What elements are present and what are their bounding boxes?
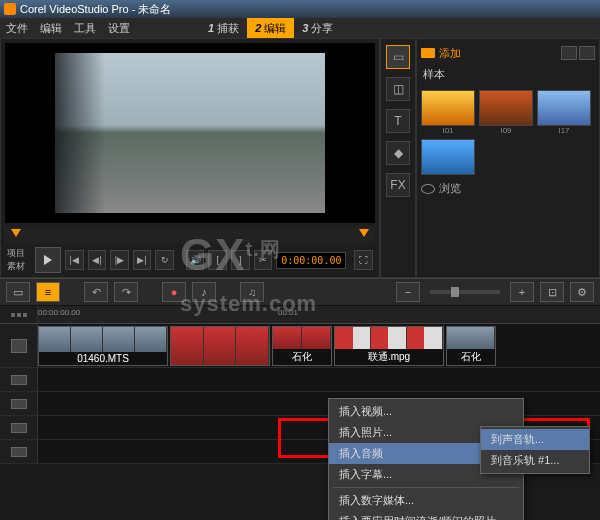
grid-view-icon[interactable] xyxy=(579,46,595,60)
storyboard-view-button[interactable]: ▭ xyxy=(6,282,30,302)
sm-to-music-track[interactable]: 到音乐轨 #1... xyxy=(481,450,589,471)
ruler-tick: 00:00:00.00 xyxy=(38,308,80,317)
split-button[interactable]: ✂ xyxy=(254,250,273,270)
mark-out-button[interactable]: ] xyxy=(231,250,250,270)
library-thumbnails: I01I09I17 xyxy=(421,90,595,175)
mark-in-button[interactable]: [ xyxy=(208,250,227,270)
app-title: Corel VideoStudio Pro - 未命名 xyxy=(20,2,171,17)
auto-music-button[interactable]: ♫ xyxy=(240,282,264,302)
mode-clip-label[interactable]: 素材 xyxy=(7,260,31,273)
step-tabs: 1捕获 2编辑 3分享 xyxy=(200,18,341,38)
transition-icon[interactable]: ◫ xyxy=(386,77,410,101)
video-track-body[interactable]: 01460.MTS石化联通.mpg石化 xyxy=(38,324,600,367)
timeline-ruler[interactable]: 00:00:00.0000:01 xyxy=(0,306,600,324)
filter-icon[interactable]: FX xyxy=(386,173,410,197)
timecode-display[interactable]: 0:00:00.00 xyxy=(276,252,346,269)
record-button[interactable]: ● xyxy=(162,282,186,302)
timeline-clip[interactable]: 石化 xyxy=(446,326,496,366)
title-track-head[interactable] xyxy=(0,392,38,415)
next-frame-button[interactable]: |▶ xyxy=(110,250,129,270)
timeline-clip[interactable] xyxy=(170,326,270,366)
preview-viewport[interactable] xyxy=(5,43,375,223)
library-thumbnail[interactable]: I17 xyxy=(537,90,591,135)
track-options-button[interactable] xyxy=(0,306,38,323)
zoom-out-button[interactable]: − xyxy=(396,282,420,302)
sm-to-voice-track[interactable]: 到声音轨... xyxy=(481,429,589,450)
video-track[interactable]: 01460.MTS石化联通.mpg石化 xyxy=(0,324,600,368)
repeat-button[interactable]: ↻ xyxy=(155,250,174,270)
clip-label: 石化 xyxy=(447,349,495,365)
cm-insert-digital[interactable]: 插入数字媒体... xyxy=(329,490,523,511)
step-edit[interactable]: 2编辑 xyxy=(247,18,294,38)
scrub-bar[interactable] xyxy=(5,227,375,243)
redo-button[interactable]: ↷ xyxy=(114,282,138,302)
library-browse-button[interactable]: 浏览 xyxy=(421,181,595,196)
fit-button[interactable]: ⊡ xyxy=(540,282,564,302)
overlay-track-head[interactable] xyxy=(0,368,38,391)
timeline-clip[interactable]: 01460.MTS xyxy=(38,326,168,366)
voice-track-icon xyxy=(11,423,27,433)
library-thumbnail[interactable]: I09 xyxy=(479,90,533,135)
timeline-toolbar: ▭ ≡ ↶ ↷ ● ♪ ♫ − + ⊡ ⚙ xyxy=(0,278,600,306)
cm-insert-video[interactable]: 插入视频... xyxy=(329,401,523,422)
clip-label: 01460.MTS xyxy=(39,352,167,365)
folder-icon xyxy=(421,48,435,58)
settings-button[interactable]: ⚙ xyxy=(570,282,594,302)
go-end-button[interactable]: ▶| xyxy=(133,250,152,270)
overlay-track-body[interactable] xyxy=(38,368,600,391)
library-thumbnail[interactable] xyxy=(421,139,475,175)
overlay-track[interactable] xyxy=(0,368,600,392)
clip-label: 联通.mpg xyxy=(335,349,443,365)
undo-button[interactable]: ↶ xyxy=(84,282,108,302)
title-track-icon xyxy=(11,399,27,409)
music-track-icon xyxy=(11,447,27,457)
timeline-clip[interactable]: 联通.mpg xyxy=(334,326,444,366)
cm-separator xyxy=(333,487,519,488)
music-track-head[interactable] xyxy=(0,440,38,463)
enlarge-button[interactable]: ⛶ xyxy=(354,250,373,270)
trim-in-marker[interactable] xyxy=(11,229,21,237)
preview-panel: 项目 素材 |◀ ◀| |▶ ▶| ↻ 🔊 [ ] ✂ 0:00:00.00 ⛶ xyxy=(0,38,380,278)
menu-edit[interactable]: 编辑 xyxy=(40,21,62,36)
library-add-button[interactable]: 添加 xyxy=(421,46,461,61)
eye-icon xyxy=(421,184,435,194)
media-icon[interactable]: ▭ xyxy=(386,45,410,69)
zoom-in-button[interactable]: + xyxy=(510,282,534,302)
zoom-slider[interactable] xyxy=(430,290,500,294)
video-track-head[interactable] xyxy=(0,324,38,367)
play-button[interactable] xyxy=(35,247,61,273)
mode-project-label[interactable]: 项目 xyxy=(7,247,31,260)
playback-controls: 项目 素材 |◀ ◀| |▶ ▶| ↻ 🔊 [ ] ✂ 0:00:00.00 ⛶ xyxy=(5,243,375,277)
cm-insert-timelapse[interactable]: 插入要应用时间流逝/频闪的照片... xyxy=(329,511,523,520)
system-volume-button[interactable]: 🔊 xyxy=(186,250,205,270)
title-icon[interactable]: T xyxy=(386,109,410,133)
voice-track-head[interactable] xyxy=(0,416,38,439)
app-icon xyxy=(4,3,16,15)
video-track-icon xyxy=(11,339,27,353)
graphic-icon[interactable]: ◆ xyxy=(386,141,410,165)
prev-frame-button[interactable]: ◀| xyxy=(88,250,107,270)
menu-settings[interactable]: 设置 xyxy=(108,21,130,36)
play-icon xyxy=(44,255,52,265)
preview-frame xyxy=(55,53,325,213)
menu-file[interactable]: 文件 xyxy=(6,21,28,36)
library-category-sample[interactable]: 样本 xyxy=(421,63,595,86)
trim-out-marker[interactable] xyxy=(359,229,369,237)
add-label: 添加 xyxy=(439,46,461,61)
library-thumbnail[interactable]: I01 xyxy=(421,90,475,135)
library-panel: 添加 样本 I01I09I17 浏览 xyxy=(416,38,600,278)
ruler-tick: 00:01 xyxy=(278,308,298,317)
timeline-clip[interactable]: 石化 xyxy=(272,326,332,366)
list-view-icon[interactable] xyxy=(561,46,577,60)
step-capture[interactable]: 1捕获 xyxy=(200,18,247,38)
go-start-button[interactable]: |◀ xyxy=(65,250,84,270)
overlay-track-icon xyxy=(11,375,27,385)
audio-submenu: 到声音轨... 到音乐轨 #1... xyxy=(480,426,590,474)
menu-tools[interactable]: 工具 xyxy=(74,21,96,36)
mixer-button[interactable]: ♪ xyxy=(192,282,216,302)
step-share[interactable]: 3分享 xyxy=(294,18,341,38)
clip-label: 石化 xyxy=(273,349,331,365)
timeline-view-button[interactable]: ≡ xyxy=(36,282,60,302)
titlebar: Corel VideoStudio Pro - 未命名 xyxy=(0,0,600,18)
media-type-strip: ▭ ◫ T ◆ FX xyxy=(380,38,416,278)
